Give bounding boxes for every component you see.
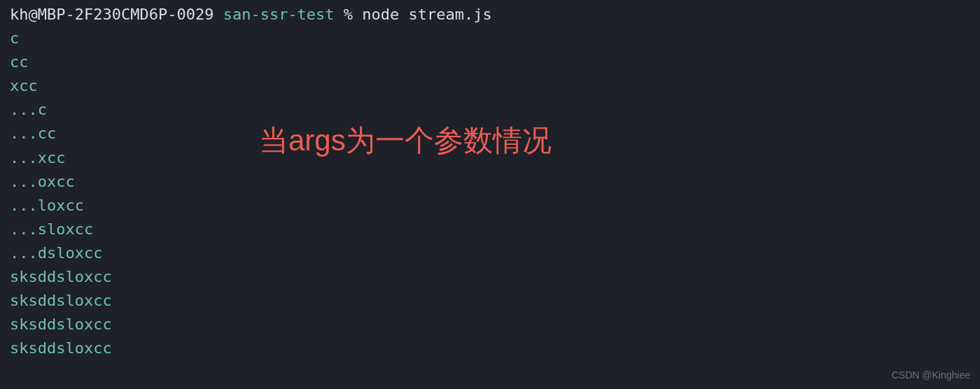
output-line: cc [10,50,970,74]
prompt-line: kh@MBP-2F230CMD6P-0029 san-ssr-test % no… [10,3,970,27]
output-line: sksddsloxcc [10,337,970,360]
output-line: sksddsloxcc [10,313,970,337]
output-line: c [10,27,970,50]
annotation-overlay: 当args为一个参数情况 [259,118,552,163]
output-line: sksddsloxcc [10,289,970,313]
prompt-command: node stream.js [362,6,491,23]
output-line: ...loxcc [10,194,970,218]
output-line: xcc [10,74,970,98]
prompt-symbol: % [344,6,353,23]
output-line: ...oxcc [10,170,970,194]
output-line: sksddsloxcc [10,265,970,289]
terminal-window[interactable]: kh@MBP-2F230CMD6P-0029 san-ssr-test % no… [10,3,970,360]
watermark: CSDN @Kinghiee [892,368,970,383]
output-line: ...sloxcc [10,218,970,241]
output-line: ...dsloxcc [10,241,970,265]
prompt-directory: san-ssr-test [223,6,335,23]
prompt-user-host: kh@MBP-2F230CMD6P-0029 [10,6,214,23]
